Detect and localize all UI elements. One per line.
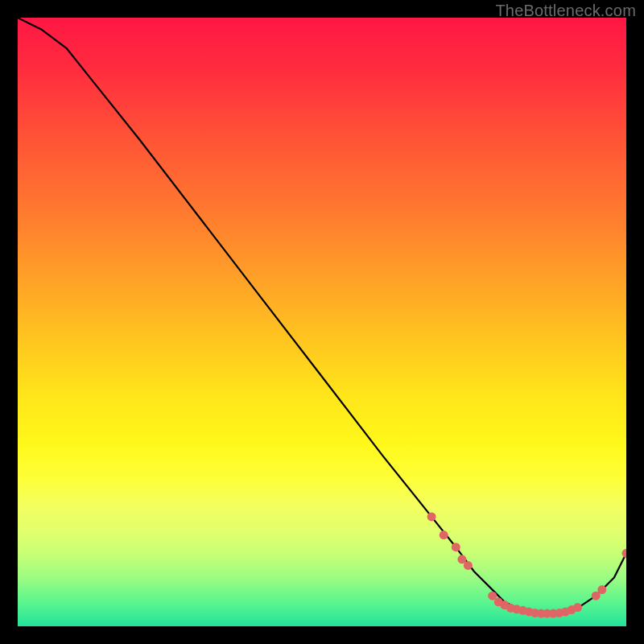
data-marker <box>440 530 448 539</box>
data-marker <box>573 603 582 612</box>
curve-line <box>18 18 626 614</box>
marker-group <box>427 512 626 617</box>
chart-svg <box>18 18 626 626</box>
data-marker <box>427 512 436 521</box>
data-marker <box>464 561 473 570</box>
plot-area <box>18 18 626 626</box>
data-marker <box>452 543 460 551</box>
chart-stage: TheBottleneck.com <box>0 0 644 644</box>
data-marker <box>622 549 627 558</box>
data-marker <box>597 585 606 594</box>
